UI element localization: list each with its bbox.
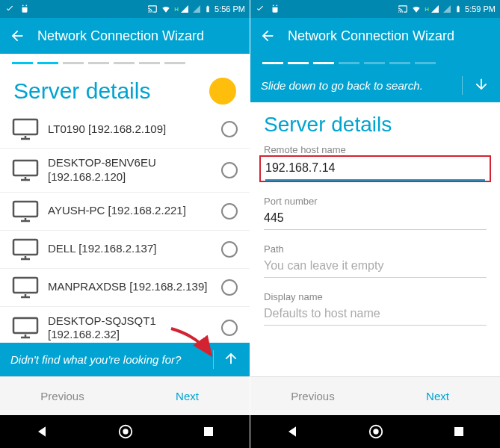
- monitor-icon: [12, 159, 39, 181]
- list-item[interactable]: LT0190 [192.168.2.109]: [0, 111, 250, 149]
- svg-rect-4: [13, 202, 37, 217]
- cast-icon: [398, 4, 408, 14]
- list-item[interactable]: AYUSH-PC [192.168.2.221]: [0, 193, 250, 231]
- list-item[interactable]: MANPRAXDSB [192.168.2.139]: [0, 269, 250, 307]
- monitor-icon: [12, 238, 39, 261]
- hint-text: Didn't find what you're looking for?: [10, 353, 181, 366]
- nav-home-icon[interactable]: [368, 423, 384, 440]
- bottom-nav: Previous Next: [250, 376, 500, 415]
- port-input[interactable]: 445: [264, 211, 487, 230]
- form: Remote host name 192.168.7.14 Port numbe…: [250, 144, 500, 376]
- clock: 5:56 PM: [214, 4, 245, 13]
- checkmark-icon: [4, 4, 15, 14]
- arrow-left-icon: [9, 28, 25, 44]
- list-item[interactable]: DELL [192.168.2.137]: [0, 231, 250, 269]
- radio-button[interactable]: [221, 121, 238, 137]
- path-field[interactable]: Path You can leave it empty: [264, 243, 487, 278]
- back-button[interactable]: [259, 28, 276, 44]
- nav-home-icon[interactable]: [117, 423, 134, 440]
- signal-icon: [442, 4, 451, 13]
- app-bar: Network Connection Wizard: [0, 18, 250, 54]
- svg-rect-2: [13, 119, 37, 134]
- field-label: Display name: [264, 291, 487, 302]
- svg-point-13: [276, 4, 277, 6]
- cast-icon: [147, 4, 158, 14]
- nav-back-icon[interactable]: [34, 424, 49, 439]
- bottom-nav: Previous Next: [0, 376, 250, 415]
- svg-rect-7: [13, 318, 37, 333]
- page-title: Network Connection Wizard: [288, 28, 454, 44]
- svg-point-0: [22, 4, 24, 6]
- signal-icon: [180, 4, 189, 13]
- monitor-icon: [12, 200, 39, 223]
- server-list[interactable]: LT0190 [192.168.2.109] DESKTOP-8ENV6EU […: [0, 111, 250, 343]
- svg-rect-3: [13, 161, 37, 175]
- svg-rect-6: [13, 278, 37, 293]
- server-label: MANPRAXDSB [192.168.2.139]: [48, 280, 212, 294]
- android-nav-bar: [250, 415, 500, 448]
- svg-point-1: [25, 4, 27, 6]
- phone-left: H 5:56 PM Network Connection Wizard Serv…: [0, 0, 250, 448]
- previous-button[interactable]: Previous: [0, 377, 125, 415]
- list-item[interactable]: DESKTOP-SQJSQT1 [192.168.2.32]: [0, 307, 250, 343]
- android-icon: [19, 4, 30, 14]
- hint-bar[interactable]: Slide down to go back to search.: [250, 69, 500, 102]
- field-label: Port number: [264, 196, 487, 207]
- server-label: DESKTOP-SQJSQT1 [192.168.2.32]: [48, 314, 212, 343]
- step-indicator: [0, 54, 250, 69]
- status-bar: H 5:56 PM: [0, 0, 250, 18]
- status-bar: H 5:59 PM: [250, 0, 500, 18]
- arrow-down-icon[interactable]: [462, 76, 490, 95]
- svg-point-15: [373, 429, 378, 434]
- radio-button[interactable]: [221, 241, 238, 258]
- radio-button[interactable]: [221, 320, 238, 336]
- previous-button[interactable]: Previous: [250, 377, 375, 415]
- svg-point-10: [123, 429, 128, 434]
- nav-recent-icon[interactable]: [452, 425, 466, 438]
- monitor-icon: [12, 276, 39, 299]
- list-item[interactable]: DESKTOP-8ENV6EU [192.168.2.120]: [0, 149, 250, 193]
- next-button[interactable]: Next: [125, 377, 250, 415]
- back-button[interactable]: [9, 28, 25, 44]
- display-name-field[interactable]: Display name Defaults to host name: [264, 291, 487, 326]
- svg-rect-5: [13, 240, 37, 255]
- svg-point-12: [273, 4, 274, 6]
- field-label: Remote host name: [264, 144, 487, 155]
- wifi-icon: [161, 4, 171, 14]
- nav-recent-icon[interactable]: [202, 425, 215, 438]
- battery-icon: [204, 4, 212, 14]
- monitor-icon: [12, 317, 39, 339]
- fab-button[interactable]: [209, 78, 236, 105]
- server-label: LT0190 [192.168.2.109]: [48, 122, 212, 137]
- hint-bar[interactable]: Didn't find what you're looking for?: [0, 343, 250, 376]
- radio-button[interactable]: [221, 162, 238, 178]
- display-name-input[interactable]: Defaults to host name: [264, 307, 487, 326]
- next-button[interactable]: Next: [375, 377, 500, 415]
- host-field[interactable]: Remote host name 192.168.7.14: [264, 144, 487, 182]
- arrow-left-icon: [259, 28, 276, 44]
- path-input[interactable]: You can leave it empty: [264, 259, 487, 278]
- server-label: DELL [192.168.2.137]: [48, 242, 212, 256]
- phone-right: H 5:59 PM Network Connection Wizard Slid…: [250, 0, 500, 448]
- arrow-up-icon[interactable]: [213, 350, 239, 369]
- server-label: DESKTOP-8ENV6EU [192.168.2.120]: [48, 156, 212, 184]
- nav-back-icon[interactable]: [285, 424, 300, 439]
- section-heading: Server details: [13, 78, 150, 104]
- host-input[interactable]: 192.168.7.14: [265, 161, 485, 181]
- radio-button[interactable]: [221, 279, 238, 296]
- svg-rect-16: [454, 427, 463, 436]
- signal-icon: [430, 4, 439, 13]
- signal-icon: [192, 4, 201, 13]
- field-label: Path: [264, 243, 487, 255]
- radio-button[interactable]: [221, 203, 238, 220]
- section-heading: Server details: [250, 102, 500, 144]
- svg-rect-11: [204, 427, 213, 436]
- clock: 5:59 PM: [465, 4, 496, 13]
- android-nav-bar: [0, 415, 250, 448]
- page-title: Network Connection Wizard: [37, 28, 204, 44]
- server-label: AYUSH-PC [192.168.2.221]: [48, 204, 212, 218]
- monitor-icon: [12, 118, 39, 140]
- app-bar: Network Connection Wizard: [250, 18, 500, 54]
- checkmark-icon: [255, 4, 265, 14]
- port-field[interactable]: Port number 445: [264, 196, 487, 230]
